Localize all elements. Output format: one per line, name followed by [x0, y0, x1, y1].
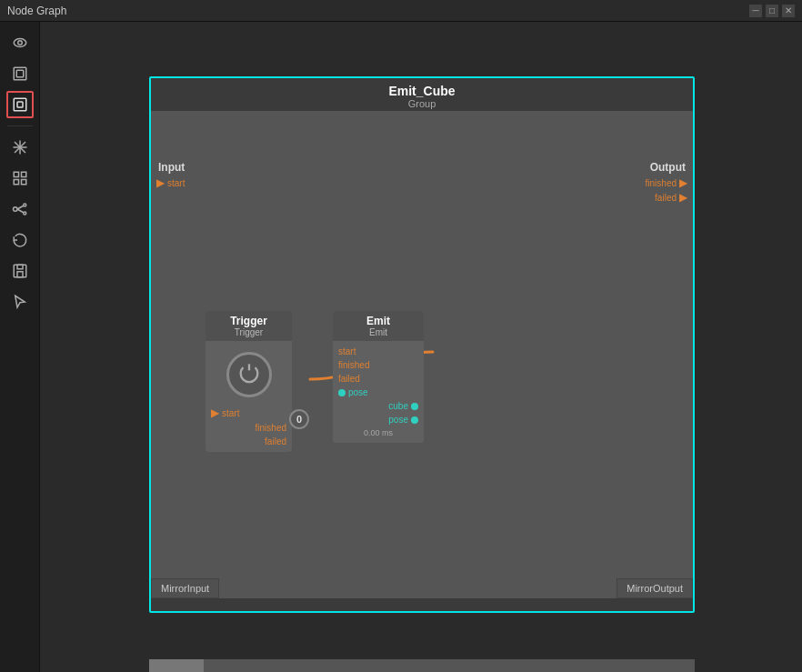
output-arrow-finished-icon: ▶ — [679, 176, 687, 189]
emit-failed-label: failed — [338, 374, 360, 384]
input-port-start: ▶ start — [151, 176, 192, 190]
input-label: Input — [151, 161, 192, 176]
output-port-label-failed: failed — [655, 193, 677, 203]
trigger-node-body: ▶ start finished failed — [206, 341, 292, 452]
emit-node-header: Emit Emit — [333, 311, 424, 341]
trigger-node[interactable]: Trigger Trigger ▶ — [206, 311, 292, 452]
svg-line-18 — [17, 209, 24, 213]
sidebar-item-refresh[interactable] — [6, 226, 34, 254]
output-arrow-failed-icon: ▶ — [679, 191, 687, 204]
canvas-area[interactable]: Emit_Cube Group Input ▶ start — [40, 22, 802, 672]
emit-node-title: Emit — [340, 315, 416, 327]
emit-node-subtitle: Emit — [340, 327, 416, 337]
trigger-finished-label: finished — [256, 423, 286, 433]
svg-rect-20 — [17, 272, 23, 277]
group-container: Emit_Cube Group Input ▶ start — [149, 76, 695, 613]
mirror-output-label: MirrorOutput — [617, 578, 693, 598]
close-button[interactable]: ✕ — [782, 5, 795, 17]
emit-node[interactable]: Emit Emit start finished failed — [333, 311, 424, 443]
trigger-node-header: Trigger Trigger — [206, 311, 292, 341]
trigger-port-failed: failed — [206, 435, 292, 448]
svg-rect-2 — [14, 67, 26, 80]
trigger-badge: 0 — [289, 409, 309, 429]
svg-rect-11 — [21, 172, 25, 176]
sidebar-item-node-group[interactable] — [6, 91, 34, 118]
svg-line-17 — [17, 206, 24, 209]
svg-point-16 — [23, 212, 25, 215]
group-canvas[interactable]: Input ▶ start Output finished ▶ failed — [151, 111, 693, 598]
emit-pose-out-dot-icon — [411, 416, 418, 424]
mirror-input-label: MirrorInput — [151, 578, 219, 598]
trigger-port-start: ▶ start — [206, 405, 292, 421]
sidebar — [0, 22, 40, 672]
emit-start-label: start — [338, 346, 356, 356]
sidebar-divider-1 — [7, 125, 33, 126]
emit-pose-out-label: pose — [388, 415, 408, 425]
sidebar-item-network[interactable] — [6, 196, 34, 223]
window-controls: ─ □ ✕ — [749, 5, 795, 17]
emit-port-failed: failed — [333, 372, 424, 386]
svg-point-14 — [13, 207, 17, 212]
trigger-failed-label: failed — [265, 436, 286, 446]
input-area: Input ▶ start — [151, 161, 192, 190]
badge-value: 0 — [296, 414, 302, 425]
group-title: Emit_Cube — [151, 84, 693, 98]
emit-node-body: start finished failed pose — [333, 341, 424, 443]
svg-rect-12 — [14, 180, 18, 185]
emit-cube-label: cube — [388, 401, 408, 411]
output-port-label-finished: finished — [646, 178, 677, 188]
trigger-port-finished: finished — [206, 421, 292, 435]
emit-finished-label: finished — [338, 360, 369, 370]
output-port-finished: finished ▶ — [640, 176, 693, 190]
svg-point-15 — [23, 204, 25, 206]
emit-port-finished: finished — [333, 358, 424, 372]
emit-pose-dot-icon — [338, 389, 346, 396]
input-arrow-icon: ▶ — [156, 176, 165, 189]
sidebar-item-star[interactable] — [6, 134, 34, 161]
window-title: Node Graph — [7, 5, 66, 17]
svg-rect-21 — [17, 265, 23, 269]
svg-rect-10 — [14, 172, 18, 176]
sidebar-item-layer[interactable] — [6, 60, 34, 87]
svg-rect-13 — [21, 180, 25, 185]
svg-rect-4 — [14, 98, 26, 111]
output-port-failed: failed ▶ — [640, 190, 693, 205]
scrollbar-thumb[interactable] — [149, 659, 204, 672]
trigger-power-button[interactable] — [226, 352, 272, 397]
svg-rect-3 — [16, 70, 24, 77]
emit-port-cube: cube — [333, 399, 424, 413]
emit-port-pose-out: pose — [333, 413, 424, 426]
minimize-button[interactable]: ─ — [749, 5, 762, 17]
svg-point-0 — [14, 39, 26, 47]
group-subtitle: Group — [151, 98, 693, 109]
emit-port-start: start — [333, 345, 424, 358]
title-bar: Node Graph ─ □ ✕ — [0, 0, 802, 22]
horizontal-scrollbar[interactable] — [149, 659, 695, 672]
sidebar-item-cursor[interactable] — [6, 288, 34, 316]
sidebar-item-grid[interactable] — [6, 165, 34, 192]
emit-port-pose-in: pose — [333, 386, 424, 399]
trigger-node-title: Trigger — [213, 315, 285, 327]
emit-timing: 0.00 ms — [333, 426, 424, 439]
trigger-node-subtitle: Trigger — [213, 327, 285, 337]
group-header: Emit_Cube Group — [151, 78, 693, 111]
trigger-start-label: start — [222, 408, 239, 418]
svg-rect-5 — [17, 102, 23, 107]
maximize-button[interactable]: □ — [766, 5, 778, 17]
svg-point-1 — [17, 41, 22, 45]
emit-pose-in-label: pose — [348, 387, 368, 397]
sidebar-item-eye[interactable] — [6, 29, 34, 56]
main-layout: Emit_Cube Group Input ▶ start — [0, 22, 802, 672]
output-area: Output finished ▶ failed ▶ — [640, 161, 693, 205]
input-port-label-start: start — [167, 178, 185, 188]
emit-cube-dot-icon — [411, 403, 418, 410]
trigger-start-arrow-icon: ▶ — [211, 406, 219, 419]
output-label: Output — [640, 161, 693, 176]
sidebar-item-save[interactable] — [6, 257, 34, 285]
